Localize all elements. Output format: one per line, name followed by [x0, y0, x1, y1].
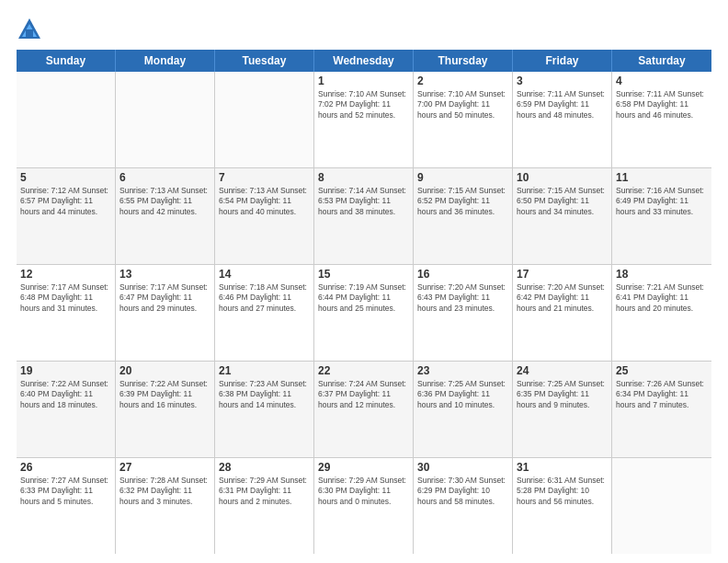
calendar-cell-3: 3Sunrise: 7:11 AM Sunset: 6:59 PM Daylig…	[513, 72, 612, 167]
day-number: 5	[20, 171, 111, 184]
day-info: Sunrise: 7:13 AM Sunset: 6:55 PM Dayligh…	[119, 186, 210, 217]
calendar-cell-13: 13Sunrise: 7:17 AM Sunset: 6:47 PM Dayli…	[116, 265, 215, 361]
calendar-cell-10: 10Sunrise: 7:15 AM Sunset: 6:50 PM Dayli…	[513, 168, 612, 264]
calendar-cell-16: 16Sunrise: 7:20 AM Sunset: 6:43 PM Dayli…	[414, 265, 513, 361]
calendar-cell-25: 25Sunrise: 7:26 AM Sunset: 6:34 PM Dayli…	[612, 362, 711, 457]
day-info: Sunrise: 7:12 AM Sunset: 6:57 PM Dayligh…	[20, 186, 111, 217]
day-number: 19	[20, 364, 111, 377]
day-info: Sunrise: 7:22 AM Sunset: 6:40 PM Dayligh…	[20, 379, 111, 410]
day-info: Sunrise: 7:29 AM Sunset: 6:30 PM Dayligh…	[318, 476, 409, 507]
day-info: Sunrise: 7:26 AM Sunset: 6:34 PM Dayligh…	[616, 379, 708, 410]
day-number: 29	[318, 461, 409, 474]
calendar-cell-28: 28Sunrise: 7:29 AM Sunset: 6:31 PM Dayli…	[215, 458, 314, 554]
calendar-cell-empty	[612, 458, 711, 554]
logo	[17, 17, 46, 42]
weekday-header-thursday: Thursday	[414, 50, 513, 72]
day-info: Sunrise: 7:20 AM Sunset: 6:43 PM Dayligh…	[417, 282, 508, 314]
page: SundayMondayTuesdayWednesdayThursdayFrid…	[0, 0, 728, 563]
weekday-header-saturday: Saturday	[612, 50, 711, 72]
day-info: Sunrise: 7:10 AM Sunset: 7:02 PM Dayligh…	[318, 89, 409, 121]
day-number: 17	[517, 268, 608, 281]
day-info: Sunrise: 7:15 AM Sunset: 6:52 PM Dayligh…	[417, 186, 508, 217]
day-info: Sunrise: 7:11 AM Sunset: 6:59 PM Dayligh…	[517, 89, 608, 121]
svg-rect-2	[26, 29, 33, 37]
day-number: 7	[219, 171, 310, 184]
calendar-cell-12: 12Sunrise: 7:17 AM Sunset: 6:48 PM Dayli…	[17, 265, 116, 361]
calendar-row-4: 19Sunrise: 7:22 AM Sunset: 6:40 PM Dayli…	[17, 362, 711, 458]
day-info: Sunrise: 7:28 AM Sunset: 6:32 PM Dayligh…	[119, 476, 210, 507]
day-info: Sunrise: 7:22 AM Sunset: 6:39 PM Dayligh…	[119, 379, 210, 410]
calendar-cell-24: 24Sunrise: 7:25 AM Sunset: 6:35 PM Dayli…	[513, 362, 612, 457]
day-number: 26	[20, 461, 111, 474]
day-number: 22	[318, 364, 409, 377]
calendar-cell-2: 2Sunrise: 7:10 AM Sunset: 7:00 PM Daylig…	[414, 72, 513, 167]
calendar-cell-21: 21Sunrise: 7:23 AM Sunset: 6:38 PM Dayli…	[215, 362, 314, 457]
calendar-cell-14: 14Sunrise: 7:18 AM Sunset: 6:46 PM Dayli…	[215, 265, 314, 361]
weekday-header-sunday: Sunday	[17, 50, 116, 72]
header	[17, 17, 711, 42]
day-info: Sunrise: 7:17 AM Sunset: 6:48 PM Dayligh…	[20, 282, 111, 314]
calendar-row-1: 1Sunrise: 7:10 AM Sunset: 7:02 PM Daylig…	[17, 72, 711, 168]
day-number: 1	[318, 75, 409, 87]
calendar-row-2: 5Sunrise: 7:12 AM Sunset: 6:57 PM Daylig…	[17, 168, 711, 265]
calendar-cell-5: 5Sunrise: 7:12 AM Sunset: 6:57 PM Daylig…	[17, 168, 116, 264]
day-number: 2	[417, 75, 508, 87]
day-info: Sunrise: 7:29 AM Sunset: 6:31 PM Dayligh…	[219, 476, 310, 507]
calendar-cell-4: 4Sunrise: 7:11 AM Sunset: 6:58 PM Daylig…	[612, 72, 711, 167]
calendar-row-3: 12Sunrise: 7:17 AM Sunset: 6:48 PM Dayli…	[17, 265, 711, 362]
weekday-header-wednesday: Wednesday	[314, 50, 414, 72]
day-number: 13	[119, 268, 210, 281]
day-number: 6	[119, 171, 210, 184]
calendar-cell-empty	[17, 72, 116, 167]
calendar: SundayMondayTuesdayWednesdayThursdayFrid…	[17, 50, 711, 554]
calendar-cell-empty	[215, 72, 314, 167]
day-number: 23	[417, 364, 508, 377]
day-number: 27	[119, 461, 210, 474]
calendar-cell-9: 9Sunrise: 7:15 AM Sunset: 6:52 PM Daylig…	[414, 168, 513, 264]
calendar-row-5: 26Sunrise: 7:27 AM Sunset: 6:33 PM Dayli…	[17, 458, 711, 554]
day-number: 24	[517, 364, 608, 377]
day-number: 14	[219, 268, 310, 281]
day-info: Sunrise: 7:10 AM Sunset: 7:00 PM Dayligh…	[417, 89, 508, 121]
calendar-cell-15: 15Sunrise: 7:19 AM Sunset: 6:44 PM Dayli…	[314, 265, 414, 361]
day-number: 3	[517, 75, 608, 87]
calendar-cell-11: 11Sunrise: 7:16 AM Sunset: 6:49 PM Dayli…	[612, 168, 711, 264]
day-info: Sunrise: 7:21 AM Sunset: 6:41 PM Dayligh…	[616, 282, 708, 314]
calendar-header: SundayMondayTuesdayWednesdayThursdayFrid…	[17, 50, 711, 72]
calendar-cell-8: 8Sunrise: 7:14 AM Sunset: 6:53 PM Daylig…	[314, 168, 414, 264]
day-info: Sunrise: 7:27 AM Sunset: 6:33 PM Dayligh…	[20, 476, 111, 507]
calendar-cell-29: 29Sunrise: 7:29 AM Sunset: 6:30 PM Dayli…	[314, 458, 414, 554]
logo-icon	[17, 17, 42, 42]
day-number: 10	[517, 171, 608, 184]
day-info: Sunrise: 6:31 AM Sunset: 5:28 PM Dayligh…	[517, 476, 608, 507]
day-number: 8	[318, 171, 409, 184]
day-number: 4	[616, 75, 708, 87]
calendar-cell-7: 7Sunrise: 7:13 AM Sunset: 6:54 PM Daylig…	[215, 168, 314, 264]
day-info: Sunrise: 7:20 AM Sunset: 6:42 PM Dayligh…	[517, 282, 608, 314]
day-info: Sunrise: 7:25 AM Sunset: 6:36 PM Dayligh…	[417, 379, 508, 410]
day-info: Sunrise: 7:30 AM Sunset: 6:29 PM Dayligh…	[417, 476, 508, 507]
day-info: Sunrise: 7:14 AM Sunset: 6:53 PM Dayligh…	[318, 186, 409, 217]
calendar-body: 1Sunrise: 7:10 AM Sunset: 7:02 PM Daylig…	[17, 72, 711, 554]
calendar-cell-31: 31Sunrise: 6:31 AM Sunset: 5:28 PM Dayli…	[513, 458, 612, 554]
calendar-cell-23: 23Sunrise: 7:25 AM Sunset: 6:36 PM Dayli…	[414, 362, 513, 457]
weekday-header-friday: Friday	[513, 50, 612, 72]
day-number: 20	[119, 364, 210, 377]
day-number: 12	[20, 268, 111, 281]
calendar-cell-27: 27Sunrise: 7:28 AM Sunset: 6:32 PM Dayli…	[116, 458, 215, 554]
calendar-cell-20: 20Sunrise: 7:22 AM Sunset: 6:39 PM Dayli…	[116, 362, 215, 457]
calendar-cell-22: 22Sunrise: 7:24 AM Sunset: 6:37 PM Dayli…	[314, 362, 414, 457]
day-number: 18	[616, 268, 708, 281]
calendar-cell-1: 1Sunrise: 7:10 AM Sunset: 7:02 PM Daylig…	[314, 72, 414, 167]
day-info: Sunrise: 7:17 AM Sunset: 6:47 PM Dayligh…	[119, 282, 210, 314]
day-info: Sunrise: 7:13 AM Sunset: 6:54 PM Dayligh…	[219, 186, 310, 217]
calendar-cell-26: 26Sunrise: 7:27 AM Sunset: 6:33 PM Dayli…	[17, 458, 116, 554]
calendar-cell-empty	[116, 72, 215, 167]
calendar-cell-30: 30Sunrise: 7:30 AM Sunset: 6:29 PM Dayli…	[414, 458, 513, 554]
day-number: 9	[417, 171, 508, 184]
day-info: Sunrise: 7:23 AM Sunset: 6:38 PM Dayligh…	[219, 379, 310, 410]
day-number: 21	[219, 364, 310, 377]
day-number: 11	[616, 171, 708, 184]
day-info: Sunrise: 7:15 AM Sunset: 6:50 PM Dayligh…	[517, 186, 608, 217]
day-info: Sunrise: 7:19 AM Sunset: 6:44 PM Dayligh…	[318, 282, 409, 314]
